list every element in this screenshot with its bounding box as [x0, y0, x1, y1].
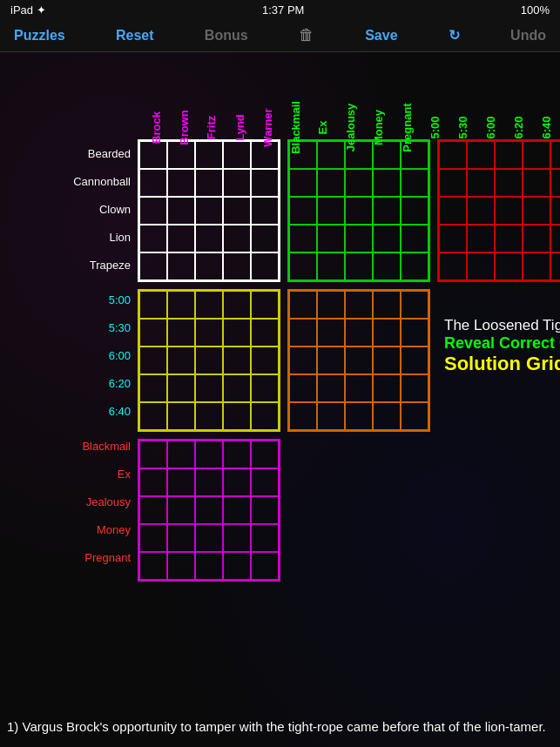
cell-g-1-4[interactable]: [401, 169, 428, 197]
cell-m-2-4[interactable]: [251, 496, 279, 524]
cell-w-1-0[interactable]: [139, 169, 167, 197]
cell-m-2-1[interactable]: [167, 496, 195, 524]
cell-m-1-3[interactable]: [223, 468, 251, 496]
cell-o-4-4[interactable]: [401, 402, 428, 430]
cell-y-0-1[interactable]: [167, 291, 195, 319]
cell-y-2-4[interactable]: [251, 347, 279, 374]
cell-r-1-1[interactable]: [467, 169, 495, 197]
refresh-button[interactable]: ↻: [449, 27, 460, 44]
cell-m-1-4[interactable]: [251, 468, 279, 496]
cell-w-1-2[interactable]: [195, 169, 223, 197]
cell-o-1-0[interactable]: [289, 319, 317, 347]
cell-o-1-3[interactable]: [373, 319, 401, 347]
grid-white[interactable]: [138, 139, 280, 282]
cell-m-0-0[interactable]: [139, 441, 167, 468]
cell-g-2-1[interactable]: [317, 197, 345, 225]
cell-y-0-0[interactable]: [139, 291, 167, 319]
grid-green[interactable]: [287, 139, 430, 282]
cell-y-1-2[interactable]: [195, 319, 223, 347]
cell-y-3-0[interactable]: [139, 374, 167, 402]
cell-m-0-4[interactable]: [251, 441, 279, 468]
cell-w-2-3[interactable]: [223, 197, 251, 225]
cell-o-3-1[interactable]: [317, 374, 345, 402]
cell-o-4-0[interactable]: [289, 402, 317, 430]
cell-y-0-4[interactable]: [251, 291, 279, 319]
cell-r-1-0[interactable]: [439, 169, 467, 197]
save-button[interactable]: Save: [365, 28, 397, 44]
cell-o-4-1[interactable]: [317, 402, 345, 430]
cell-o-1-1[interactable]: [317, 319, 345, 347]
cell-m-3-3[interactable]: [223, 524, 251, 552]
cell-m-4-4[interactable]: [251, 552, 279, 580]
cell-y-4-1[interactable]: [167, 402, 195, 430]
cell-o-0-3[interactable]: [373, 291, 401, 319]
cell-y-1-3[interactable]: [223, 319, 251, 347]
cell-g-2-0[interactable]: [289, 197, 317, 225]
cell-o-0-4[interactable]: [401, 291, 428, 319]
cell-w-4-2[interactable]: [195, 252, 223, 280]
cell-g-1-1[interactable]: [317, 169, 345, 197]
cell-r-3-1[interactable]: [467, 225, 495, 252]
cell-r-3-4[interactable]: [550, 225, 560, 252]
cell-m-0-2[interactable]: [195, 441, 223, 468]
cell-y-1-4[interactable]: [251, 319, 279, 347]
cell-w-4-4[interactable]: [251, 252, 279, 280]
cell-r-3-3[interactable]: [523, 225, 550, 252]
cell-y-3-3[interactable]: [223, 374, 251, 402]
cell-w-1-4[interactable]: [251, 169, 279, 197]
cell-r-4-0[interactable]: [439, 252, 467, 280]
cell-g-1-0[interactable]: [289, 169, 317, 197]
cell-r-4-2[interactable]: [495, 252, 523, 280]
cell-o-1-4[interactable]: [401, 319, 428, 347]
cell-y-2-2[interactable]: [195, 347, 223, 374]
cell-g-2-3[interactable]: [373, 197, 401, 225]
cell-r-0-4[interactable]: [550, 141, 560, 169]
cell-y-2-3[interactable]: [223, 347, 251, 374]
cell-g-3-3[interactable]: [373, 225, 401, 252]
trash-button[interactable]: 🗑: [299, 26, 314, 44]
cell-o-2-2[interactable]: [345, 347, 373, 374]
cell-m-1-0[interactable]: [139, 468, 167, 496]
cell-o-3-3[interactable]: [373, 374, 401, 402]
cell-o-2-0[interactable]: [289, 347, 317, 374]
cell-w-3-2[interactable]: [195, 225, 223, 252]
cell-r-2-2[interactable]: [495, 197, 523, 225]
cell-m-2-0[interactable]: [139, 496, 167, 524]
cell-m-4-1[interactable]: [167, 552, 195, 580]
cell-g-4-0[interactable]: [289, 252, 317, 280]
cell-w-4-1[interactable]: [167, 252, 195, 280]
cell-m-1-1[interactable]: [167, 468, 195, 496]
cell-r-0-0[interactable]: [439, 141, 467, 169]
cell-g-0-1[interactable]: [317, 141, 345, 169]
cell-w-1-3[interactable]: [223, 169, 251, 197]
cell-r-2-3[interactable]: [523, 197, 550, 225]
cell-w-0-2[interactable]: [195, 141, 223, 169]
cell-r-3-2[interactable]: [495, 225, 523, 252]
bonus-button[interactable]: Bonus: [205, 28, 248, 44]
cell-o-4-2[interactable]: [345, 402, 373, 430]
cell-g-1-3[interactable]: [373, 169, 401, 197]
cell-o-2-1[interactable]: [317, 347, 345, 374]
cell-m-4-0[interactable]: [139, 552, 167, 580]
cell-o-0-0[interactable]: [289, 291, 317, 319]
cell-r-0-3[interactable]: [523, 141, 550, 169]
cell-g-4-2[interactable]: [345, 252, 373, 280]
cell-r-1-3[interactable]: [523, 169, 550, 197]
cell-m-2-3[interactable]: [223, 496, 251, 524]
cell-m-2-2[interactable]: [195, 496, 223, 524]
cell-m-3-1[interactable]: [167, 524, 195, 552]
cell-g-2-2[interactable]: [345, 197, 373, 225]
cell-o-0-2[interactable]: [345, 291, 373, 319]
cell-m-0-1[interactable]: [167, 441, 195, 468]
reset-button[interactable]: Reset: [116, 28, 154, 44]
cell-w-1-1[interactable]: [167, 169, 195, 197]
cell-r-1-4[interactable]: [550, 169, 560, 197]
cell-g-2-4[interactable]: [401, 197, 428, 225]
cell-y-4-0[interactable]: [139, 402, 167, 430]
cell-g-3-0[interactable]: [289, 225, 317, 252]
cell-y-4-2[interactable]: [195, 402, 223, 430]
cell-r-4-4[interactable]: [550, 252, 560, 280]
cell-g-3-2[interactable]: [345, 225, 373, 252]
cell-m-3-2[interactable]: [195, 524, 223, 552]
cell-w-2-1[interactable]: [167, 197, 195, 225]
